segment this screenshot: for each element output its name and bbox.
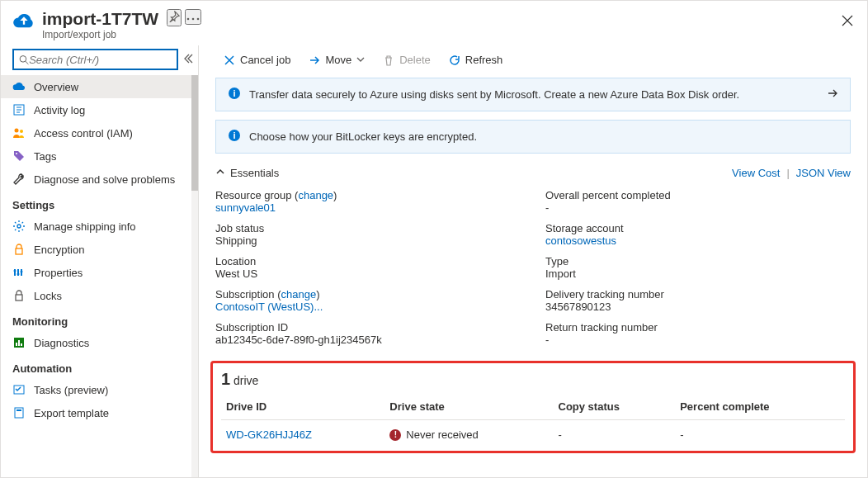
sidebar-item-label: Manage shipping info (34, 220, 136, 233)
scrollbar[interactable] (191, 75, 198, 477)
subscription-id: ab12345c-6de7-89f0-gh1ij234567k (215, 334, 521, 346)
sidebar-item-label: Export template (34, 407, 109, 419)
svg-line-4 (26, 61, 28, 64)
sidebar-item-locks[interactable]: Locks (1, 284, 191, 307)
location-value: West US (215, 267, 521, 280)
sidebar-item-label: Properties (34, 267, 83, 279)
chevron-down-icon (356, 54, 365, 66)
json-view-link[interactable]: JSON View (796, 167, 851, 179)
table-row[interactable]: WD-GK26HJJ46Z !Never received - - (221, 420, 845, 443)
resource-group-link[interactable]: sunnyvale01 (215, 201, 521, 214)
svg-point-10 (20, 130, 23, 133)
cloud-icon (12, 80, 26, 93)
drives-section: 1 drive Drive ID Drive state Copy status… (210, 361, 856, 453)
arrow-right-icon (827, 88, 838, 102)
databox-banner[interactable]: i Transfer data securely to Azure using … (215, 78, 851, 111)
sidebar-group-automation: Automation (1, 354, 191, 378)
percent-completed: - (545, 201, 851, 214)
change-sub-link[interactable]: change (281, 288, 317, 301)
bitlocker-banner[interactable]: i Choose how your BitLocker keys are enc… (215, 120, 851, 154)
storage-account-link[interactable]: contosowestus (545, 234, 851, 247)
search-input[interactable] (29, 54, 172, 66)
sidebar-item-shipping[interactable]: Manage shipping info (1, 215, 191, 238)
svg-point-2 (197, 18, 200, 21)
svg-rect-27 (17, 409, 21, 411)
sidebar-item-diagnose[interactable]: Diagnose and solve problems (1, 168, 191, 191)
sidebar-item-label: Activity log (34, 104, 85, 116)
col-drive-id: Drive ID (221, 394, 384, 420)
sidebar-item-overview[interactable]: Overview (1, 75, 191, 98)
svg-text:i: i (233, 88, 235, 98)
page-title: import-1T7TW (42, 9, 158, 29)
people-icon (12, 126, 26, 140)
gear-icon (12, 220, 26, 233)
lock-icon (12, 289, 26, 302)
info-icon: i (228, 87, 241, 102)
return-tracking: - (545, 334, 851, 346)
delete-button: Delete (375, 50, 439, 69)
pin-icon[interactable] (167, 9, 182, 26)
col-copy-status: Copy status (554, 394, 676, 420)
sidebar-item-label: Tasks (preview) (34, 384, 108, 396)
arrow-right-icon (309, 54, 320, 66)
sidebar-item-iam[interactable]: Access control (IAM) (1, 121, 191, 144)
drive-state: Never received (406, 428, 478, 441)
sidebar-item-tags[interactable]: Tags (1, 144, 191, 168)
sidebar-item-label: Locks (34, 290, 62, 302)
svg-text:i: i (233, 130, 235, 140)
banner-text: Transfer data securely to Azure using di… (249, 88, 739, 101)
sidebar-item-label: Diagnose and solve problems (34, 173, 175, 186)
essentials-title: Essentials (230, 167, 279, 179)
type-value: Import (545, 267, 851, 280)
template-icon (12, 406, 26, 419)
chart-icon (12, 336, 26, 349)
search-icon (19, 54, 29, 65)
more-icon[interactable] (185, 9, 201, 25)
sidebar-item-tasks[interactable]: Tasks (preview) (1, 378, 191, 401)
wrench-icon (12, 173, 26, 186)
trash-icon (383, 54, 394, 66)
blade-header: import-1T7TW Import/export job (1, 1, 867, 45)
svg-rect-20 (16, 295, 22, 301)
percent-complete: - (675, 420, 845, 443)
svg-point-17 (14, 270, 17, 272)
copy-status: - (554, 420, 676, 443)
sidebar-item-diagnostics[interactable]: Diagnostics (1, 331, 191, 354)
header-titles: import-1T7TW Import/export job (42, 9, 158, 40)
svg-point-12 (17, 225, 21, 228)
sidebar-item-label: Overview (34, 81, 78, 93)
sidebar-item-properties[interactable]: Properties (1, 261, 191, 284)
sidebar-item-label: Access control (IAM) (34, 127, 133, 140)
svg-rect-22 (16, 343, 17, 346)
refresh-icon (449, 54, 460, 66)
refresh-button[interactable]: Refresh (441, 50, 512, 69)
search-input-wrap[interactable] (12, 49, 178, 70)
svg-point-18 (17, 273, 20, 276)
sidebar-item-encryption[interactable]: Encryption (1, 238, 191, 261)
sidebar: Overview Activity log Access control (IA… (1, 45, 199, 477)
sidebar-group-settings: Settings (1, 191, 191, 215)
svg-point-11 (16, 153, 17, 154)
toolbar: Cancel job Move Delete Refresh (199, 45, 867, 78)
delivery-tracking: 34567890123 (545, 301, 851, 313)
svg-rect-24 (21, 343, 22, 346)
subscription-link[interactable]: ContosoIT (WestUS)... (215, 301, 521, 313)
close-icon[interactable] (839, 12, 856, 29)
svg-point-19 (21, 271, 23, 273)
view-cost-link[interactable]: View Cost (732, 167, 780, 179)
svg-point-3 (20, 55, 26, 62)
page-subtitle: Import/export job (42, 29, 158, 40)
svg-point-9 (15, 129, 19, 133)
drive-id-link[interactable]: WD-GK26HJJ46Z (226, 428, 312, 441)
sidebar-item-activity-log[interactable]: Activity log (1, 98, 191, 121)
chevron-up-icon[interactable] (215, 167, 225, 179)
change-rg-link[interactable]: change (298, 189, 333, 201)
cancel-job-button[interactable]: Cancel job (215, 50, 299, 69)
properties-icon (12, 266, 26, 279)
drives-title: 1 drive (221, 368, 845, 394)
col-drive-state: Drive state (384, 394, 553, 420)
sidebar-item-export-template[interactable]: Export template (1, 401, 191, 424)
move-button[interactable]: Move (300, 50, 373, 69)
collapse-sidebar-icon[interactable] (183, 54, 193, 66)
svg-rect-23 (18, 340, 20, 346)
